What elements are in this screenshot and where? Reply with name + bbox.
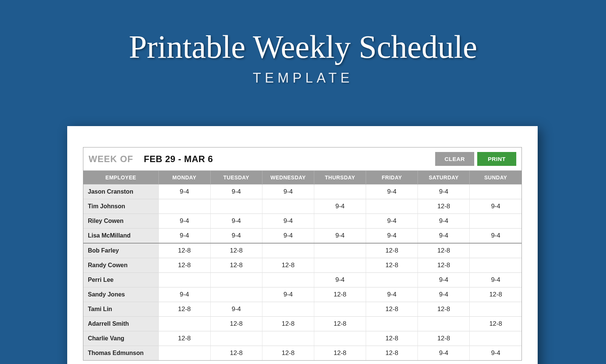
cell-tuesday: 9-4	[210, 302, 262, 317]
cell-friday: 12-8	[366, 243, 418, 258]
cell-sunday: 9-4	[470, 229, 522, 244]
cell-thursday	[314, 302, 366, 317]
cell-saturday: 12-8	[418, 331, 470, 346]
cell-thursday: 9-4	[314, 273, 366, 287]
cell-sunday	[470, 185, 522, 199]
table-row: Sandy Jones9-49-412-89-49-412-8	[83, 287, 522, 302]
cell-thursday	[314, 185, 366, 199]
page-title: Printable Weekly Schedule	[0, 28, 606, 66]
page-subtitle: TEMPLATE	[0, 70, 606, 86]
cell-saturday: 12-8	[418, 302, 470, 317]
table-row: Jason Cranston9-49-49-49-49-4	[83, 185, 522, 199]
action-buttons: CLEAR PRINT	[435, 152, 516, 166]
cell-friday	[366, 317, 418, 331]
cell-friday: 12-8	[366, 258, 418, 273]
col-employee: EMPLOYEE	[83, 171, 158, 185]
cell-tuesday: 12-8	[210, 346, 262, 361]
cell-monday: 12-8	[158, 302, 210, 317]
cell-sunday	[470, 214, 522, 229]
col-saturday: SATURDAY	[418, 171, 470, 185]
cell-wednesday	[262, 243, 314, 258]
cell-thursday: 12-8	[314, 287, 366, 302]
table-row: Perri Lee9-49-49-4	[83, 273, 522, 287]
col-friday: FRIDAY	[366, 171, 418, 185]
cell-monday	[158, 199, 210, 214]
clear-button[interactable]: CLEAR	[435, 152, 474, 166]
cell-sunday: 9-4	[470, 199, 522, 214]
cell-thursday	[314, 214, 366, 229]
cell-saturday: 12-8	[418, 258, 470, 273]
col-sunday: SUNDAY	[470, 171, 522, 185]
cell-monday: 12-8	[158, 331, 210, 346]
cell-sunday	[470, 331, 522, 346]
cell-thursday: 12-8	[314, 317, 366, 331]
cell-tuesday: 12-8	[210, 258, 262, 273]
cell-thursday	[314, 331, 366, 346]
col-wednesday: WEDNESDAY	[262, 171, 314, 185]
table-row: Riley Cowen9-49-49-49-49-4	[83, 214, 522, 229]
employee-name-cell: Bob Farley	[83, 243, 158, 258]
cell-tuesday	[210, 287, 262, 302]
cell-wednesday: 9-4	[262, 229, 314, 244]
cell-tuesday: 9-4	[210, 185, 262, 199]
cell-monday	[158, 317, 210, 331]
cell-saturday: 9-4	[418, 214, 470, 229]
cell-friday: 9-4	[366, 229, 418, 244]
schedule-paper: WEEK OF FEB 29 - MAR 6 CLEAR PRINT EMPLO…	[67, 126, 538, 364]
cell-saturday	[418, 317, 470, 331]
employee-name-cell: Riley Cowen	[83, 214, 158, 229]
cell-friday	[366, 199, 418, 214]
cell-sunday: 9-4	[470, 346, 522, 361]
week-range: FEB 29 - MAR 6	[144, 154, 213, 164]
cell-monday: 9-4	[158, 185, 210, 199]
employee-name-cell: Jason Cranston	[83, 185, 158, 199]
col-tuesday: TUESDAY	[210, 171, 262, 185]
cell-wednesday: 9-4	[262, 287, 314, 302]
cell-saturday: 9-4	[418, 229, 470, 244]
cell-tuesday	[210, 331, 262, 346]
cell-saturday: 9-4	[418, 185, 470, 199]
cell-thursday: 9-4	[314, 229, 366, 244]
employee-name-cell: Randy Cowen	[83, 258, 158, 273]
cell-saturday: 12-8	[418, 243, 470, 258]
cell-friday: 9-4	[366, 214, 418, 229]
cell-wednesday	[262, 331, 314, 346]
cell-monday: 9-4	[158, 229, 210, 244]
schedule-container: WEEK OF FEB 29 - MAR 6 CLEAR PRINT EMPLO…	[83, 147, 522, 361]
cell-monday: 9-4	[158, 287, 210, 302]
cell-thursday: 12-8	[314, 346, 366, 361]
cell-wednesday	[262, 199, 314, 214]
schedule-table: EMPLOYEE MONDAY TUESDAY WEDNESDAY THURSD…	[83, 171, 522, 360]
cell-friday: 9-4	[366, 287, 418, 302]
employee-name-cell: Tami Lin	[83, 302, 158, 317]
table-row: Tim Johnson9-412-89-4	[83, 199, 522, 214]
employee-name-cell: Adarrell Smith	[83, 317, 158, 331]
cell-sunday: 12-8	[470, 317, 522, 331]
cell-thursday	[314, 258, 366, 273]
cell-friday: 12-8	[366, 331, 418, 346]
print-button[interactable]: PRINT	[477, 152, 516, 166]
employee-name-cell: Thomas Edmunson	[83, 346, 158, 361]
cell-friday	[366, 273, 418, 287]
cell-thursday: 9-4	[314, 199, 366, 214]
cell-sunday: 9-4	[470, 273, 522, 287]
cell-sunday: 12-8	[470, 287, 522, 302]
cell-monday: 12-8	[158, 243, 210, 258]
cell-friday: 12-8	[366, 346, 418, 361]
page-header: Printable Weekly Schedule TEMPLATE	[0, 0, 606, 86]
cell-saturday: 9-4	[418, 287, 470, 302]
cell-tuesday: 12-8	[210, 317, 262, 331]
col-monday: MONDAY	[158, 171, 210, 185]
cell-wednesday: 9-4	[262, 214, 314, 229]
cell-wednesday: 9-4	[262, 185, 314, 199]
employee-name-cell: Sandy Jones	[83, 287, 158, 302]
table-header-row: EMPLOYEE MONDAY TUESDAY WEDNESDAY THURSD…	[83, 171, 522, 185]
employee-name-cell: Charlie Vang	[83, 331, 158, 346]
table-row: Tami Lin12-89-412-812-8	[83, 302, 522, 317]
table-body: Jason Cranston9-49-49-49-49-4Tim Johnson…	[83, 185, 522, 361]
table-row: Bob Farley12-812-812-812-8	[83, 243, 522, 258]
cell-wednesday	[262, 302, 314, 317]
table-row: Adarrell Smith12-812-812-812-8	[83, 317, 522, 331]
table-row: Randy Cowen12-812-812-812-812-8	[83, 258, 522, 273]
cell-monday	[158, 273, 210, 287]
